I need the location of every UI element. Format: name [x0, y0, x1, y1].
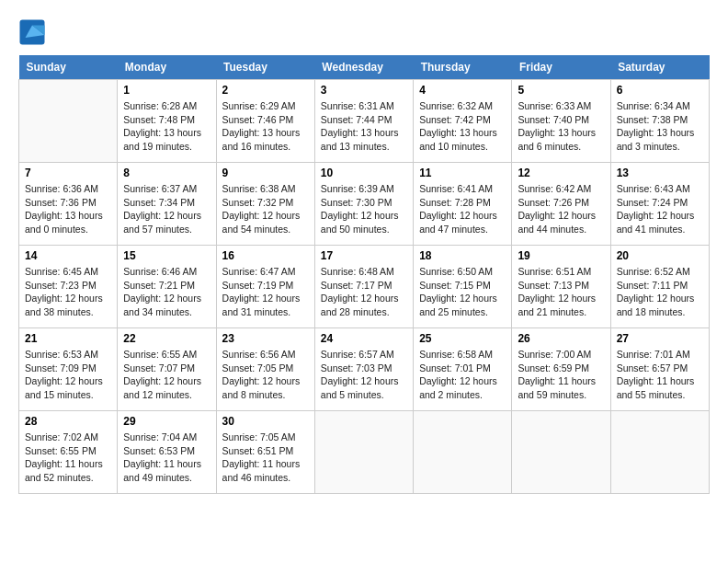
- calendar-week-row: 1Sunrise: 6:28 AMSunset: 7:48 PMDaylight…: [19, 80, 710, 163]
- logo: [18, 18, 51, 46]
- cell-content: Sunrise: 6:41 AMSunset: 7:28 PMDaylight:…: [419, 182, 506, 236]
- calendar-cell: 11Sunrise: 6:41 AMSunset: 7:28 PMDayligh…: [414, 163, 512, 246]
- weekday-header: Sunday: [19, 55, 118, 80]
- cell-content: Sunrise: 6:51 AMSunset: 7:13 PMDaylight:…: [518, 265, 604, 319]
- day-number: 30: [222, 415, 309, 428]
- weekday-header: Saturday: [610, 55, 709, 80]
- cell-content: Sunrise: 6:46 AMSunset: 7:21 PMDaylight:…: [123, 265, 210, 319]
- weekday-header: Tuesday: [216, 55, 314, 80]
- cell-content: Sunrise: 6:36 AMSunset: 7:36 PMDaylight:…: [25, 182, 111, 236]
- cell-content: Sunrise: 6:55 AMSunset: 7:07 PMDaylight:…: [123, 348, 210, 402]
- calendar-cell: 9Sunrise: 6:38 AMSunset: 7:32 PMDaylight…: [216, 163, 314, 246]
- calendar-cell: [512, 411, 610, 494]
- calendar-cell: [314, 411, 413, 494]
- calendar-cell: 6Sunrise: 6:34 AMSunset: 7:38 PMDaylight…: [610, 80, 709, 163]
- day-number: 4: [419, 84, 506, 97]
- day-number: 2: [222, 84, 309, 97]
- cell-content: Sunrise: 6:48 AMSunset: 7:17 PMDaylight:…: [321, 265, 407, 319]
- day-number: 17: [321, 249, 407, 262]
- day-number: 21: [25, 332, 111, 345]
- calendar-cell: [610, 411, 709, 494]
- cell-content: Sunrise: 6:53 AMSunset: 7:09 PMDaylight:…: [25, 348, 111, 402]
- calendar-cell: 20Sunrise: 6:52 AMSunset: 7:11 PMDayligh…: [610, 246, 709, 328]
- page-header: [18, 18, 710, 46]
- cell-content: Sunrise: 6:34 AMSunset: 7:38 PMDaylight:…: [617, 99, 703, 154]
- calendar-cell: 16Sunrise: 6:47 AMSunset: 7:19 PMDayligh…: [216, 246, 314, 328]
- calendar-week-row: 21Sunrise: 6:53 AMSunset: 7:09 PMDayligh…: [19, 328, 710, 411]
- cell-content: Sunrise: 6:52 AMSunset: 7:11 PMDaylight:…: [617, 265, 703, 319]
- day-number: 27: [617, 332, 703, 345]
- cell-content: Sunrise: 6:45 AMSunset: 7:23 PMDaylight:…: [25, 265, 111, 319]
- cell-content: Sunrise: 7:02 AMSunset: 6:55 PMDaylight:…: [25, 431, 111, 485]
- day-number: 29: [123, 415, 210, 428]
- calendar-cell: 19Sunrise: 6:51 AMSunset: 7:13 PMDayligh…: [512, 246, 610, 328]
- calendar-cell: 26Sunrise: 7:00 AMSunset: 6:59 PMDayligh…: [512, 328, 610, 411]
- cell-content: Sunrise: 7:05 AMSunset: 6:51 PMDaylight:…: [222, 431, 309, 485]
- cell-content: Sunrise: 6:58 AMSunset: 7:01 PMDaylight:…: [419, 348, 506, 402]
- day-number: 1: [123, 84, 210, 97]
- calendar-cell: 15Sunrise: 6:46 AMSunset: 7:21 PMDayligh…: [118, 246, 216, 328]
- calendar-cell: 2Sunrise: 6:29 AMSunset: 7:46 PMDaylight…: [216, 80, 314, 163]
- calendar-cell: [414, 411, 512, 494]
- weekday-header: Thursday: [414, 55, 512, 80]
- calendar-cell: 1Sunrise: 6:28 AMSunset: 7:48 PMDaylight…: [118, 80, 216, 163]
- calendar-cell: 13Sunrise: 6:43 AMSunset: 7:24 PMDayligh…: [610, 163, 709, 246]
- calendar-cell: 24Sunrise: 6:57 AMSunset: 7:03 PMDayligh…: [314, 328, 413, 411]
- weekday-header: Friday: [512, 55, 610, 80]
- cell-content: Sunrise: 6:33 AMSunset: 7:40 PMDaylight:…: [518, 99, 604, 154]
- day-number: 12: [518, 167, 604, 179]
- cell-content: Sunrise: 6:28 AMSunset: 7:48 PMDaylight:…: [123, 99, 210, 154]
- calendar-week-row: 28Sunrise: 7:02 AMSunset: 6:55 PMDayligh…: [19, 411, 710, 494]
- day-number: 13: [617, 167, 703, 179]
- calendar-cell: 12Sunrise: 6:42 AMSunset: 7:26 PMDayligh…: [512, 163, 610, 246]
- day-number: 14: [25, 249, 111, 262]
- cell-content: Sunrise: 6:38 AMSunset: 7:32 PMDaylight:…: [222, 182, 309, 236]
- day-number: 20: [617, 249, 703, 262]
- day-number: 9: [222, 167, 309, 179]
- calendar-week-row: 7Sunrise: 6:36 AMSunset: 7:36 PMDaylight…: [19, 163, 710, 246]
- cell-content: Sunrise: 6:31 AMSunset: 7:44 PMDaylight:…: [321, 99, 407, 154]
- calendar-cell: 28Sunrise: 7:02 AMSunset: 6:55 PMDayligh…: [19, 411, 118, 494]
- calendar-cell: 30Sunrise: 7:05 AMSunset: 6:51 PMDayligh…: [216, 411, 314, 494]
- weekday-header: Wednesday: [314, 55, 413, 80]
- day-number: 16: [222, 249, 309, 262]
- calendar-cell: 10Sunrise: 6:39 AMSunset: 7:30 PMDayligh…: [314, 163, 413, 246]
- day-number: 15: [123, 249, 210, 262]
- calendar-cell: 17Sunrise: 6:48 AMSunset: 7:17 PMDayligh…: [314, 246, 413, 328]
- calendar-cell: 23Sunrise: 6:56 AMSunset: 7:05 PMDayligh…: [216, 328, 314, 411]
- day-number: 24: [321, 332, 407, 345]
- day-number: 5: [518, 84, 604, 97]
- cell-content: Sunrise: 6:32 AMSunset: 7:42 PMDaylight:…: [419, 99, 506, 154]
- calendar-cell: 29Sunrise: 7:04 AMSunset: 6:53 PMDayligh…: [118, 411, 216, 494]
- calendar-table: SundayMondayTuesdayWednesdayThursdayFrid…: [18, 55, 710, 494]
- calendar-cell: 22Sunrise: 6:55 AMSunset: 7:07 PMDayligh…: [118, 328, 216, 411]
- calendar-cell: 14Sunrise: 6:45 AMSunset: 7:23 PMDayligh…: [19, 246, 118, 328]
- cell-content: Sunrise: 6:43 AMSunset: 7:24 PMDaylight:…: [617, 182, 703, 236]
- cell-content: Sunrise: 6:39 AMSunset: 7:30 PMDaylight:…: [321, 182, 407, 236]
- calendar-week-row: 14Sunrise: 6:45 AMSunset: 7:23 PMDayligh…: [19, 246, 710, 328]
- day-number: 8: [123, 167, 210, 179]
- day-number: 3: [321, 84, 407, 97]
- calendar-cell: 27Sunrise: 7:01 AMSunset: 6:57 PMDayligh…: [610, 328, 709, 411]
- calendar-header-row: SundayMondayTuesdayWednesdayThursdayFrid…: [19, 55, 710, 80]
- weekday-header: Monday: [118, 55, 216, 80]
- day-number: 7: [25, 167, 111, 179]
- calendar-cell: 8Sunrise: 6:37 AMSunset: 7:34 PMDaylight…: [118, 163, 216, 246]
- cell-content: Sunrise: 6:57 AMSunset: 7:03 PMDaylight:…: [321, 348, 407, 402]
- cell-content: Sunrise: 7:04 AMSunset: 6:53 PMDaylight:…: [123, 431, 210, 485]
- calendar-cell: 7Sunrise: 6:36 AMSunset: 7:36 PMDaylight…: [19, 163, 118, 246]
- day-number: 28: [25, 415, 111, 428]
- cell-content: Sunrise: 6:50 AMSunset: 7:15 PMDaylight:…: [419, 265, 506, 319]
- day-number: 22: [123, 332, 210, 345]
- cell-content: Sunrise: 6:37 AMSunset: 7:34 PMDaylight:…: [123, 182, 210, 236]
- day-number: 10: [321, 167, 407, 179]
- calendar-cell: 3Sunrise: 6:31 AMSunset: 7:44 PMDaylight…: [314, 80, 413, 163]
- day-number: 6: [617, 84, 703, 97]
- day-number: 23: [222, 332, 309, 345]
- day-number: 25: [419, 332, 506, 345]
- calendar-cell: 4Sunrise: 6:32 AMSunset: 7:42 PMDaylight…: [414, 80, 512, 163]
- calendar-cell: 25Sunrise: 6:58 AMSunset: 7:01 PMDayligh…: [414, 328, 512, 411]
- calendar-cell: [19, 80, 118, 163]
- day-number: 19: [518, 249, 604, 262]
- logo-icon: [18, 18, 46, 46]
